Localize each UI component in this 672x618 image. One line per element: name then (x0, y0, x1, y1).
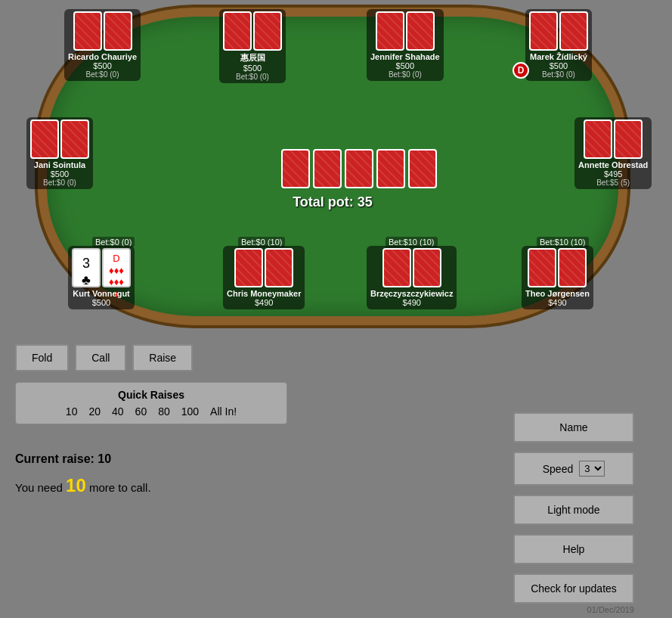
cards-jani (30, 120, 89, 159)
player-marek: Marek Žídlický $500 Bet:$0 (0) (525, 9, 592, 81)
card-back (376, 11, 404, 51)
current-raise-label: Current raise: 10 (15, 452, 111, 466)
community-card-1 (281, 149, 310, 188)
name-button[interactable]: Name (513, 412, 634, 443)
quick-raise-100[interactable]: 100 (181, 405, 199, 418)
card-back (253, 11, 282, 51)
card-back (413, 248, 441, 287)
cards-annette (578, 120, 648, 159)
player-bet-ricardo: Bet:$0 (0) (68, 70, 137, 79)
quick-raise-80[interactable]: 80 (158, 405, 170, 418)
player-bet-marek: Bet:$0 (0) (529, 70, 588, 79)
card-back (528, 248, 556, 287)
player-bet-hui: Bet:$0 (0) (223, 73, 282, 81)
speed-select[interactable]: 1 2 3 4 5 (579, 461, 605, 477)
player-money-jennifer: $500 (370, 61, 440, 70)
player-name-annette: Annette Obrestad (578, 160, 648, 169)
cards-brzez (370, 248, 453, 287)
help-button[interactable]: Help (513, 534, 634, 564)
cards-marek (529, 11, 588, 51)
player-money-ricardo: $500 (68, 61, 137, 70)
quick-raise-allin[interactable]: All In! (210, 405, 237, 418)
player-hui: 惠辰国 $500 Bet:$0 (0) (219, 9, 286, 83)
quick-raise-10[interactable]: 10 (66, 405, 78, 418)
need-call-amount: 10 (66, 475, 86, 495)
player-kurt: 3♣ D♦♦♦♦♦♦♦ Kurt Vonnegut $500 (68, 246, 135, 309)
cards-ricardo (68, 11, 137, 51)
player-money-brzez: $490 (370, 298, 453, 307)
player-name-hui: 惠辰国 (223, 52, 282, 64)
card-back (382, 248, 411, 287)
right-panel: Name Speed 1 2 3 4 5 Light mode Help Che… (513, 412, 634, 604)
card-back (234, 248, 263, 287)
player-annette: Annette Obrestad $495 Bet:$5 (5) (574, 117, 652, 189)
card-back (558, 248, 587, 287)
player-jennifer: Jennifer Shahade $500 Bet:$0 (0) (367, 9, 444, 81)
card-back (30, 120, 59, 159)
cards-theo (525, 248, 590, 287)
cards-chris (227, 248, 301, 287)
player-money-annette: $495 (578, 169, 648, 179)
cards-hui (223, 11, 282, 51)
cards-jennifer (370, 11, 440, 51)
card-back (223, 11, 252, 51)
card-back (584, 120, 612, 159)
community-card-2 (313, 149, 342, 188)
kurt-card-2: D♦♦♦♦♦♦♦ (102, 248, 131, 287)
need-call-line: You need 10 more to call. (15, 475, 151, 496)
card-back (73, 11, 102, 51)
player-name-jennifer: Jennifer Shahade (370, 52, 440, 61)
card-back (614, 120, 643, 159)
player-name-theo: Theo Jørgensen (525, 289, 590, 298)
player-bet-jani: Bet:$0 (0) (30, 179, 89, 187)
check-updates-button[interactable]: Check for updates (513, 573, 634, 604)
action-buttons: Fold Call Raise (15, 344, 193, 371)
player-money-kurt: $500 (72, 298, 131, 307)
card-back (406, 11, 435, 51)
player-brzez: Brzęczyszczykiewicz $490 (367, 246, 457, 309)
need-call-suffix: more to call. (89, 481, 151, 494)
quick-raise-40[interactable]: 40 (112, 405, 124, 418)
player-name-marek: Marek Žídlický (529, 52, 588, 61)
card-back (104, 11, 132, 51)
player-name-jani: Jani Sointula (30, 160, 89, 169)
player-money-theo: $490 (525, 298, 590, 307)
card-back (60, 120, 89, 159)
player-chris: Chris Moneymaker $490 (223, 246, 305, 309)
light-mode-button[interactable]: Light mode (513, 495, 634, 525)
speed-control: Speed 1 2 3 4 5 (513, 452, 634, 486)
call-button[interactable]: Call (75, 344, 126, 371)
community-card-3 (345, 149, 373, 188)
quick-raise-20[interactable]: 20 (88, 405, 101, 418)
cards-kurt: 3♣ D♦♦♦♦♦♦♦ (72, 248, 131, 287)
date-label: 01/Dec/2019 (587, 605, 634, 614)
table-area: Total pot: 35 D Ricardo Chauriye $500 Be… (0, 0, 672, 348)
player-name-kurt: Kurt Vonnegut (72, 289, 131, 298)
player-name-brzez: Brzęczyszczykiewicz (370, 289, 453, 298)
community-cards (281, 149, 437, 188)
player-name-ricardo: Ricardo Chauriye (68, 52, 137, 61)
card-back (559, 11, 588, 51)
quick-raises-title: Quick Raises (27, 389, 275, 401)
raise-button[interactable]: Raise (132, 344, 193, 371)
player-money-hui: $500 (223, 64, 282, 73)
need-call-prefix: You need (15, 481, 63, 494)
player-ricardo: Ricardo Chauriye $500 Bet:$0 (0) (64, 9, 141, 81)
card-back (265, 248, 293, 287)
community-card-5 (408, 149, 437, 188)
player-bet-annette: Bet:$5 (5) (578, 179, 648, 187)
fold-button[interactable]: Fold (15, 344, 69, 371)
card-back (529, 11, 558, 51)
player-jani: Jani Sointula $500 Bet:$0 (0) (26, 117, 93, 189)
player-theo: Theo Jørgensen $490 (522, 246, 593, 309)
player-bet-jennifer: Bet:$0 (0) (370, 70, 440, 79)
player-money-chris: $490 (227, 298, 301, 307)
player-name-chris: Chris Moneymaker (227, 289, 301, 298)
dealer-button: D (513, 62, 529, 79)
speed-label: Speed (543, 463, 573, 475)
community-card-4 (376, 149, 405, 188)
player-money-marek: $500 (529, 61, 588, 70)
quick-raises-values: 10 20 40 60 80 100 All In! (27, 405, 275, 418)
player-money-jani: $500 (30, 169, 89, 179)
quick-raise-60[interactable]: 60 (135, 405, 147, 418)
